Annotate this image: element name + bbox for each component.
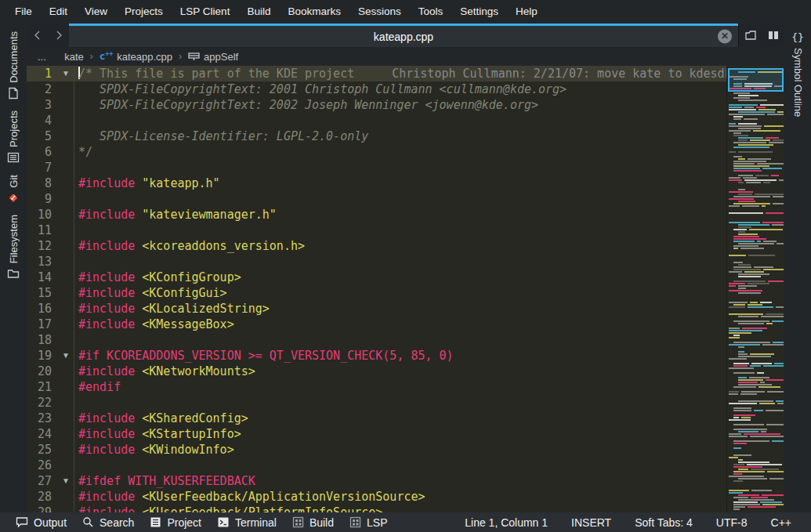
sidebar-item-projects[interactable]: Projects [7, 110, 20, 164]
code-line-25[interactable]: 25#include <KWindowInfo> [27, 442, 726, 458]
breadcrumb-item-kate[interactable]: kate [64, 51, 84, 63]
statusbar-button-lsp[interactable]: LSP [342, 516, 395, 529]
statusbar-insert-mode[interactable]: INSERT [559, 516, 623, 529]
token-pre: #if KCOREADDONS_VERSION >= QT_VERSION_CH… [78, 349, 454, 363]
statusbar-button-build[interactable]: Build [284, 516, 342, 529]
code-line-5[interactable]: 5 SPDX-License-Identifier: LGPL-2.0-only [27, 128, 726, 144]
code-line-27[interactable]: 27▼#ifdef WITH_KUSERFEEDBACK [27, 473, 726, 489]
breadcrumb-item-file[interactable]: kateapp.cpp [117, 51, 172, 63]
breadcrumb-item-symbol[interactable]: appSelf [204, 51, 238, 63]
code-line-3[interactable]: 3 SPDX-FileCopyrightText: 2002 Joseph We… [27, 97, 726, 113]
sidebar-item-filesystem[interactable]: Filesystem [7, 215, 20, 280]
fold-column [58, 505, 74, 512]
code-line-17[interactable]: 17#include <KMessageBox> [27, 317, 726, 332]
code-line-26[interactable]: 26 [27, 458, 726, 473]
statusbar-encoding[interactable]: UTF-8 [704, 516, 759, 529]
menu-lsp-client[interactable]: LSP Client [172, 0, 239, 24]
tab-close-button[interactable]: ✕ [718, 29, 732, 43]
code-line-21[interactable]: 21#endif [27, 379, 726, 395]
token-comment-i: SPDX-License-Identifier: LGPL-2.0-only [78, 129, 368, 143]
code-line-15[interactable]: 15#include <KConfigGui> [27, 285, 726, 301]
fold-arrow-icon[interactable]: ▼ [58, 473, 74, 489]
line-number: 13 [27, 254, 58, 270]
statusbar-button-search[interactable]: Search [74, 516, 142, 529]
menu-view[interactable]: View [76, 0, 116, 24]
fold-arrow-icon[interactable]: ▼ [58, 348, 74, 364]
token-comment: */ [78, 145, 92, 159]
code-line-11[interactable]: 11 [27, 223, 726, 238]
menu-settings[interactable]: Settings [451, 0, 507, 24]
code-line-7[interactable]: 7 [27, 160, 726, 176]
sidebar-item-symbol-outline[interactable]: Symbol Outline [792, 48, 804, 117]
menu-tools[interactable]: Tools [410, 0, 452, 24]
token-pre: #include [78, 302, 142, 316]
fold-column [58, 254, 74, 270]
code-line-16[interactable]: 16#include <KLocalizedString> [27, 301, 726, 317]
statusbar-button-label: Output [34, 516, 67, 529]
menu-build[interactable]: Build [238, 0, 279, 24]
new-document-button[interactable] [739, 24, 762, 47]
tab-kateapp-cpp[interactable]: kateapp.cpp ✕ [69, 24, 738, 47]
statusbar-file-type[interactable]: C++ [759, 516, 803, 529]
menu-sessions[interactable]: Sessions [349, 0, 410, 24]
code-line-20[interactable]: 20#include <KNetworkMounts> [27, 364, 726, 379]
fold-column [58, 317, 74, 332]
code-line-12[interactable]: 12#include <kcoreaddons_version.h> [27, 238, 726, 254]
token-pre: #include [78, 505, 142, 512]
code-line-4[interactable]: 4 [27, 113, 726, 128]
editor[interactable]: 1▼/* This file is part of the KDE projec… [27, 66, 784, 512]
main-area: DocumentsProjectsGitFilesystem kateapp.c… [0, 24, 811, 512]
code-line-6[interactable]: 6*/ [27, 144, 726, 160]
statusbar-cursor-position[interactable]: Line 1, Column 1 [453, 516, 559, 529]
line-number: 8 [27, 176, 58, 191]
code-line-1[interactable]: 1▼/* This file is part of the KDE projec… [27, 66, 726, 81]
forward-button[interactable] [48, 24, 69, 47]
sidebar-item-label: Projects [8, 110, 20, 147]
token-pre: #include [78, 239, 142, 253]
menu-help[interactable]: Help [507, 0, 546, 24]
code-line-13[interactable]: 13 [27, 254, 726, 270]
statusbar-button-terminal[interactable]: Terminal [209, 516, 284, 529]
menu-projects[interactable]: Projects [116, 0, 172, 24]
split-view-button[interactable] [762, 24, 784, 47]
code-area[interactable]: 1▼/* This file is part of the KDE projec… [27, 66, 726, 512]
code-line-29[interactable]: 29#include <KUserFeedback/PlatformInfoSo… [27, 505, 726, 512]
token-pre: #include [78, 208, 142, 222]
code-line-14[interactable]: 14#include <KConfigGroup> [27, 270, 726, 285]
code-line-10[interactable]: 10#include "kateviewmanager.h" [27, 207, 726, 223]
fold-column [58, 144, 74, 160]
code-text: #include <KConfigGroup> [74, 270, 726, 285]
minimap-viewport[interactable] [728, 68, 784, 92]
split-view-icon [767, 29, 780, 42]
code-text: #endif [74, 379, 726, 395]
statusbar-button-output[interactable]: Output [8, 516, 74, 529]
fold-column [58, 489, 74, 505]
breadcrumb-ellipsis[interactable]: ... [38, 51, 49, 63]
statusbar-button-label: LSP [367, 516, 387, 529]
tab-actions [738, 24, 784, 47]
code-line-19[interactable]: 19▼#if KCOREADDONS_VERSION >= QT_VERSION… [27, 348, 726, 364]
sidebar-item-git[interactable]: Git [7, 175, 20, 204]
fold-arrow-icon[interactable]: ▼ [58, 66, 74, 81]
token-pre: #include [78, 286, 142, 300]
minimap-scrollbar[interactable] [726, 66, 784, 512]
code-line-28[interactable]: 28#include <KUserFeedback/ApplicationVer… [27, 489, 726, 505]
code-line-23[interactable]: 23#include <KSharedConfig> [27, 411, 726, 426]
fold-column [58, 270, 74, 285]
sidebar-item-documents[interactable]: Documents [7, 31, 20, 100]
menu-edit[interactable]: Edit [41, 0, 76, 24]
code-line-22[interactable]: 22 [27, 395, 726, 411]
menu-bookmarks[interactable]: Bookmarks [279, 0, 349, 24]
statusbar-button-project[interactable]: Project [142, 516, 209, 529]
back-button[interactable] [27, 24, 48, 47]
code-line-18[interactable]: 18 [27, 332, 726, 348]
chevron-left-icon [32, 30, 43, 41]
fold-column [58, 379, 74, 395]
menu-file[interactable]: File [6, 0, 41, 24]
code-line-24[interactable]: 24#include <KStartupInfo> [27, 426, 726, 442]
code-line-2[interactable]: 2 SPDX-FileCopyrightText: 2001 Christoph… [27, 81, 726, 97]
code-line-9[interactable]: 9 [27, 191, 726, 207]
code-line-8[interactable]: 8#include "kateapp.h" [27, 176, 726, 191]
statusbar-tab-settings[interactable]: Soft Tabs: 4 [623, 516, 704, 529]
token-str: <KSharedConfig> [142, 411, 248, 425]
